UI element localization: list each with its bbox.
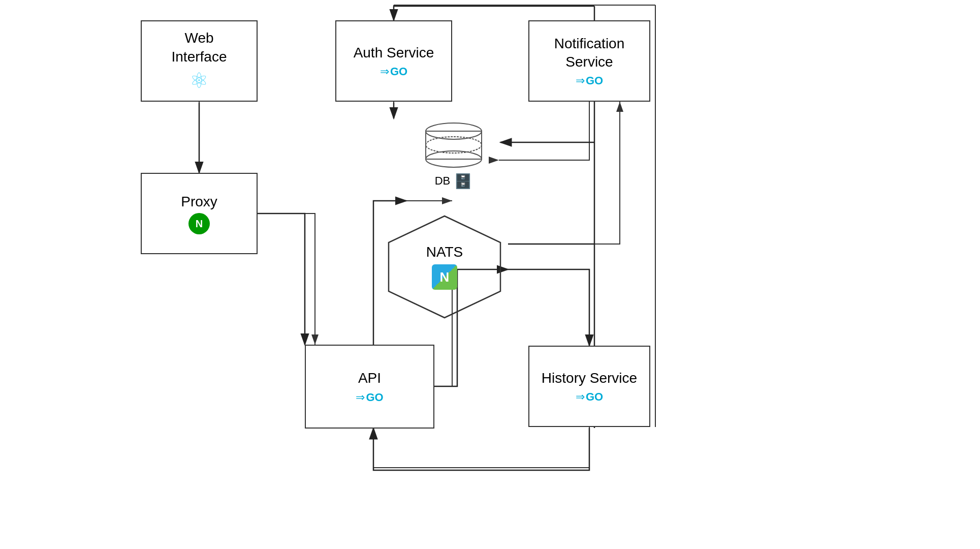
svg-marker-17 <box>389 216 500 318</box>
notification-go-badge: ⇒ GO <box>576 74 603 87</box>
api-box: API ⇒ GO <box>305 345 434 429</box>
nats-box: NATS N <box>381 214 508 320</box>
nginx-icon: N <box>188 213 210 234</box>
auth-service-box: Auth Service ⇒ GO <box>335 20 452 102</box>
auth-go-badge: ⇒ GO <box>380 65 407 78</box>
db-cylinder-icon <box>423 121 484 172</box>
nats-hexagon-svg <box>381 214 508 320</box>
api-go-badge: ⇒ GO <box>356 391 383 404</box>
notification-service-title: Notification Service <box>529 35 649 72</box>
diagram-container: Web Interface ⚛ Proxy N Auth Service ⇒ G… <box>0 0 980 549</box>
svg-rect-14 <box>426 131 482 159</box>
proxy-title: Proxy <box>181 193 217 211</box>
web-interface-title: Web Interface <box>172 29 227 66</box>
history-go-badge: ⇒ GO <box>576 390 603 404</box>
api-title: API <box>358 369 381 387</box>
history-service-box: History Service ⇒ GO <box>528 346 650 427</box>
react-icon: ⚛ <box>189 68 209 93</box>
db-icon: 🗄️ <box>454 173 472 190</box>
proxy-box: Proxy N <box>141 173 258 254</box>
auth-service-title: Auth Service <box>354 44 434 62</box>
notification-service-box: Notification Service ⇒ GO <box>528 20 650 102</box>
history-service-title: History Service <box>542 369 637 387</box>
db-label: DB <box>435 174 451 188</box>
web-interface-box: Web Interface ⚛ <box>141 20 258 102</box>
db-box: DB 🗄️ <box>406 112 500 198</box>
